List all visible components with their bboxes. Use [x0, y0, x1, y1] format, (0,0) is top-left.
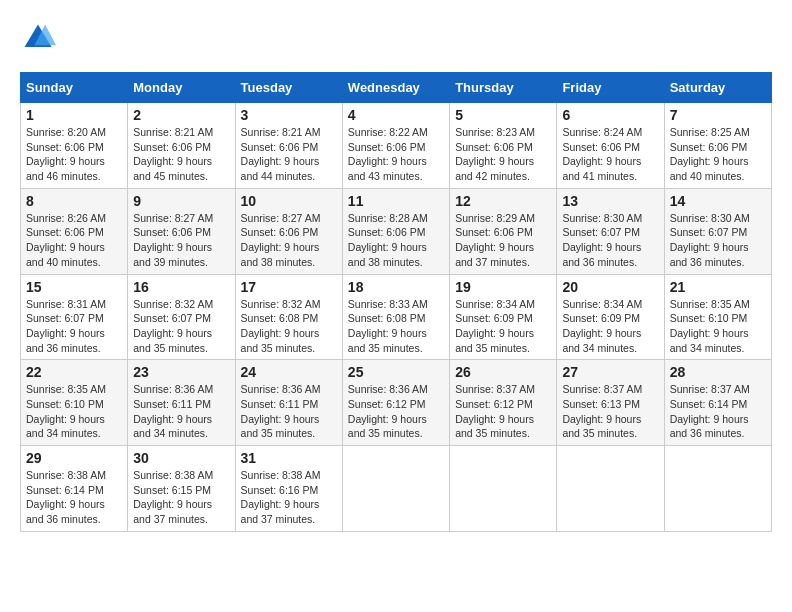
calendar-cell: 21 Sunrise: 8:35 AMSunset: 6:10 PMDaylig…: [664, 274, 771, 360]
calendar-cell: 17 Sunrise: 8:32 AMSunset: 6:08 PMDaylig…: [235, 274, 342, 360]
day-info: Sunrise: 8:33 AMSunset: 6:08 PMDaylight:…: [348, 298, 428, 354]
day-info: Sunrise: 8:30 AMSunset: 6:07 PMDaylight:…: [562, 212, 642, 268]
day-info: Sunrise: 8:23 AMSunset: 6:06 PMDaylight:…: [455, 126, 535, 182]
calendar-cell: 1 Sunrise: 8:20 AMSunset: 6:06 PMDayligh…: [21, 103, 128, 189]
day-number: 4: [348, 107, 444, 123]
day-info: Sunrise: 8:29 AMSunset: 6:06 PMDaylight:…: [455, 212, 535, 268]
day-info: Sunrise: 8:35 AMSunset: 6:10 PMDaylight:…: [26, 383, 106, 439]
weekday-header: Sunday: [21, 73, 128, 103]
day-number: 19: [455, 279, 551, 295]
calendar-cell: 20 Sunrise: 8:34 AMSunset: 6:09 PMDaylig…: [557, 274, 664, 360]
weekday-row: SundayMondayTuesdayWednesdayThursdayFrid…: [21, 73, 772, 103]
calendar-week-row: 22 Sunrise: 8:35 AMSunset: 6:10 PMDaylig…: [21, 360, 772, 446]
calendar-cell: 22 Sunrise: 8:35 AMSunset: 6:10 PMDaylig…: [21, 360, 128, 446]
day-number: 30: [133, 450, 229, 466]
calendar-cell: 15 Sunrise: 8:31 AMSunset: 6:07 PMDaylig…: [21, 274, 128, 360]
calendar-cell: 31 Sunrise: 8:38 AMSunset: 6:16 PMDaylig…: [235, 446, 342, 532]
day-number: 26: [455, 364, 551, 380]
calendar-cell: 7 Sunrise: 8:25 AMSunset: 6:06 PMDayligh…: [664, 103, 771, 189]
calendar-week-row: 8 Sunrise: 8:26 AMSunset: 6:06 PMDayligh…: [21, 188, 772, 274]
day-info: Sunrise: 8:27 AMSunset: 6:06 PMDaylight:…: [241, 212, 321, 268]
day-number: 27: [562, 364, 658, 380]
day-number: 29: [26, 450, 122, 466]
calendar-cell: 3 Sunrise: 8:21 AMSunset: 6:06 PMDayligh…: [235, 103, 342, 189]
day-number: 18: [348, 279, 444, 295]
calendar-cell: 27 Sunrise: 8:37 AMSunset: 6:13 PMDaylig…: [557, 360, 664, 446]
day-number: 15: [26, 279, 122, 295]
day-number: 2: [133, 107, 229, 123]
day-number: 28: [670, 364, 766, 380]
day-info: Sunrise: 8:37 AMSunset: 6:12 PMDaylight:…: [455, 383, 535, 439]
day-info: Sunrise: 8:36 AMSunset: 6:11 PMDaylight:…: [241, 383, 321, 439]
day-info: Sunrise: 8:22 AMSunset: 6:06 PMDaylight:…: [348, 126, 428, 182]
weekday-header: Tuesday: [235, 73, 342, 103]
day-info: Sunrise: 8:32 AMSunset: 6:08 PMDaylight:…: [241, 298, 321, 354]
calendar-cell: 14 Sunrise: 8:30 AMSunset: 6:07 PMDaylig…: [664, 188, 771, 274]
day-info: Sunrise: 8:21 AMSunset: 6:06 PMDaylight:…: [133, 126, 213, 182]
day-info: Sunrise: 8:38 AMSunset: 6:14 PMDaylight:…: [26, 469, 106, 525]
calendar-cell: 25 Sunrise: 8:36 AMSunset: 6:12 PMDaylig…: [342, 360, 449, 446]
calendar-cell: 11 Sunrise: 8:28 AMSunset: 6:06 PMDaylig…: [342, 188, 449, 274]
header: [20, 20, 772, 56]
day-number: 5: [455, 107, 551, 123]
day-info: Sunrise: 8:26 AMSunset: 6:06 PMDaylight:…: [26, 212, 106, 268]
calendar-cell: 12 Sunrise: 8:29 AMSunset: 6:06 PMDaylig…: [450, 188, 557, 274]
calendar-cell: 5 Sunrise: 8:23 AMSunset: 6:06 PMDayligh…: [450, 103, 557, 189]
calendar-cell: 4 Sunrise: 8:22 AMSunset: 6:06 PMDayligh…: [342, 103, 449, 189]
calendar-cell: 28 Sunrise: 8:37 AMSunset: 6:14 PMDaylig…: [664, 360, 771, 446]
calendar-table: SundayMondayTuesdayWednesdayThursdayFrid…: [20, 72, 772, 532]
calendar-cell: 24 Sunrise: 8:36 AMSunset: 6:11 PMDaylig…: [235, 360, 342, 446]
day-number: 23: [133, 364, 229, 380]
day-number: 14: [670, 193, 766, 209]
calendar-cell: 13 Sunrise: 8:30 AMSunset: 6:07 PMDaylig…: [557, 188, 664, 274]
day-info: Sunrise: 8:36 AMSunset: 6:11 PMDaylight:…: [133, 383, 213, 439]
day-info: Sunrise: 8:37 AMSunset: 6:13 PMDaylight:…: [562, 383, 642, 439]
day-number: 12: [455, 193, 551, 209]
logo: [20, 20, 60, 56]
day-info: Sunrise: 8:31 AMSunset: 6:07 PMDaylight:…: [26, 298, 106, 354]
day-number: 7: [670, 107, 766, 123]
day-number: 22: [26, 364, 122, 380]
day-info: Sunrise: 8:32 AMSunset: 6:07 PMDaylight:…: [133, 298, 213, 354]
day-info: Sunrise: 8:34 AMSunset: 6:09 PMDaylight:…: [455, 298, 535, 354]
calendar-cell: 9 Sunrise: 8:27 AMSunset: 6:06 PMDayligh…: [128, 188, 235, 274]
calendar-cell: 10 Sunrise: 8:27 AMSunset: 6:06 PMDaylig…: [235, 188, 342, 274]
calendar-week-row: 15 Sunrise: 8:31 AMSunset: 6:07 PMDaylig…: [21, 274, 772, 360]
calendar-cell: 18 Sunrise: 8:33 AMSunset: 6:08 PMDaylig…: [342, 274, 449, 360]
day-number: 13: [562, 193, 658, 209]
calendar-cell: 6 Sunrise: 8:24 AMSunset: 6:06 PMDayligh…: [557, 103, 664, 189]
day-info: Sunrise: 8:35 AMSunset: 6:10 PMDaylight:…: [670, 298, 750, 354]
day-info: Sunrise: 8:38 AMSunset: 6:16 PMDaylight:…: [241, 469, 321, 525]
calendar-cell: 2 Sunrise: 8:21 AMSunset: 6:06 PMDayligh…: [128, 103, 235, 189]
calendar-cell: [664, 446, 771, 532]
calendar-cell: [557, 446, 664, 532]
page-container: SundayMondayTuesdayWednesdayThursdayFrid…: [20, 20, 772, 532]
day-number: 6: [562, 107, 658, 123]
day-info: Sunrise: 8:37 AMSunset: 6:14 PMDaylight:…: [670, 383, 750, 439]
day-number: 8: [26, 193, 122, 209]
day-info: Sunrise: 8:21 AMSunset: 6:06 PMDaylight:…: [241, 126, 321, 182]
day-info: Sunrise: 8:25 AMSunset: 6:06 PMDaylight:…: [670, 126, 750, 182]
day-number: 24: [241, 364, 337, 380]
weekday-header: Saturday: [664, 73, 771, 103]
day-info: Sunrise: 8:38 AMSunset: 6:15 PMDaylight:…: [133, 469, 213, 525]
day-info: Sunrise: 8:34 AMSunset: 6:09 PMDaylight:…: [562, 298, 642, 354]
day-number: 3: [241, 107, 337, 123]
day-number: 1: [26, 107, 122, 123]
weekday-header: Thursday: [450, 73, 557, 103]
day-number: 11: [348, 193, 444, 209]
calendar-cell: 23 Sunrise: 8:36 AMSunset: 6:11 PMDaylig…: [128, 360, 235, 446]
day-number: 25: [348, 364, 444, 380]
calendar-cell: 30 Sunrise: 8:38 AMSunset: 6:15 PMDaylig…: [128, 446, 235, 532]
day-number: 10: [241, 193, 337, 209]
day-info: Sunrise: 8:20 AMSunset: 6:06 PMDaylight:…: [26, 126, 106, 182]
logo-icon: [20, 20, 56, 56]
day-info: Sunrise: 8:27 AMSunset: 6:06 PMDaylight:…: [133, 212, 213, 268]
day-info: Sunrise: 8:36 AMSunset: 6:12 PMDaylight:…: [348, 383, 428, 439]
calendar-cell: 19 Sunrise: 8:34 AMSunset: 6:09 PMDaylig…: [450, 274, 557, 360]
day-number: 17: [241, 279, 337, 295]
weekday-header: Wednesday: [342, 73, 449, 103]
calendar-header: SundayMondayTuesdayWednesdayThursdayFrid…: [21, 73, 772, 103]
day-number: 16: [133, 279, 229, 295]
calendar-week-row: 1 Sunrise: 8:20 AMSunset: 6:06 PMDayligh…: [21, 103, 772, 189]
